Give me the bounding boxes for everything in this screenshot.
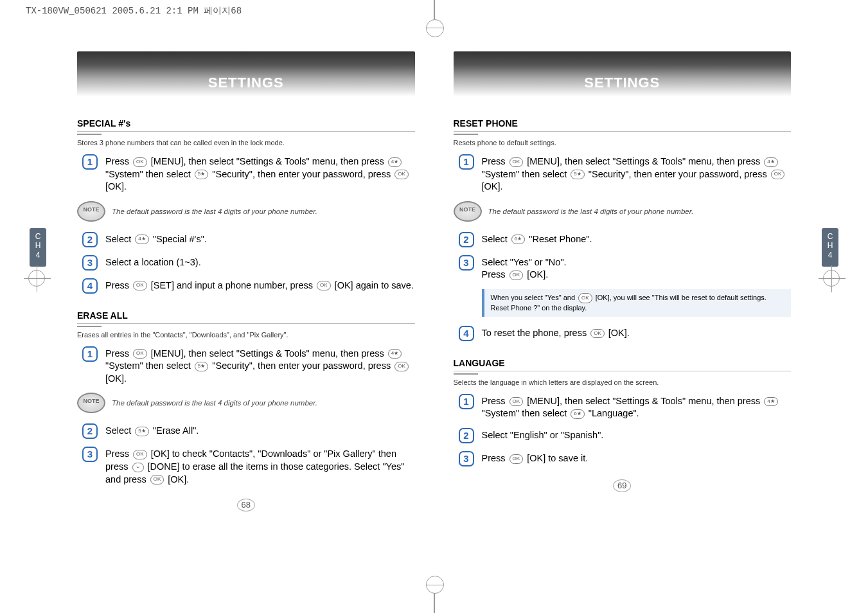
key-5-icon: 5★ [571,170,584,179]
note-row: NOTE The default password is the last 4 … [77,393,415,413]
page-68: SETTINGS SPECIAL #'s Stores 3 phone numb… [64,19,434,536]
step-1: 1 Press OK [MENU], then select "Settings… [82,346,415,386]
print-header: TX-180VW_050621 2005.6.21 2:1 PM 페이지68 [26,5,242,17]
key-4-icon: 4★ [764,157,777,167]
note-icon: NOTE [77,201,105,222]
key-4-icon: 4★ [388,349,402,359]
step-3: 3 Select "Yes" or "No". Press OK [OK]. [459,255,792,281]
section-subtitle: Resets phone to default settings. [454,139,792,147]
ok-key-icon: OK [317,281,331,290]
note-text: The default password is the last 4 digit… [112,399,317,407]
note-icon: NOTE [454,201,482,222]
step-3: 3 Press OK [OK] to check "Contacts", "Do… [82,447,415,486]
step-2: 2 Select 4★ "Special #'s". [82,232,415,247]
key-5-icon: 5★ [135,427,148,436]
page-number: 68 [77,499,415,511]
page-69: SETTINGS RESET PHONE Resets phone to def… [434,19,804,536]
crop-mark-top [434,0,435,19]
section-title-special: SPECIAL #'s [77,118,130,130]
key-6-icon: 6★ [511,235,525,244]
ok-key-icon: OK [133,157,147,167]
key-4-icon: 4★ [388,157,402,167]
key-5-icon: 5★ [195,362,208,371]
step-1: 1 Press OK [MENU], then select "Settings… [82,154,415,193]
section-title-language: LANGUAGE [454,358,505,369]
key-5-icon: 5★ [195,170,208,179]
note-row: NOTE The default password is the last 4 … [454,201,792,222]
chapter-tab-right: CH4 [822,228,838,267]
step-1: 1 Press OK [MENU], then select "Settings… [459,394,792,420]
step-4: 4 Press OK [SET] and input a phone numbe… [82,278,415,294]
page-header: SETTINGS [77,51,415,96]
section-subtitle: Erases all entries in the "Contacts", "D… [77,331,415,339]
ok-key-icon: OK [509,397,524,407]
ok-key-icon: OK [394,170,409,179]
ok-key-icon: OK [590,329,605,339]
step-2: 2 Select "English" or "Spanish". [459,428,792,443]
ok-key-icon: OK [133,450,147,459]
note-icon: NOTE [77,393,105,413]
crop-mark-bottom [434,594,435,613]
section-subtitle: Selects the language in which letters ar… [454,378,792,386]
step-3: 3 Press OK [OK] to save it. [459,451,792,466]
chapter-tab-left: CH4 [30,228,46,267]
ok-key-icon: OK [150,475,164,484]
ok-key-icon: OK [771,170,785,179]
step-3: 3 Select a location (1~3). [82,255,415,271]
step-badge: 1 [82,154,98,170]
key-4-icon: 4★ [135,235,148,244]
header-title: SETTINGS [208,75,284,91]
page-number: 69 [454,479,792,492]
ok-key-icon: OK [394,362,409,371]
note-text: The default password is the last 4 digit… [112,208,317,215]
ok-key-icon: OK [509,454,524,464]
step-1: 1 Press OK [MENU], then select "Settings… [459,154,792,193]
key-6-icon: 6★ [571,409,584,419]
callout-box: When you select "Yes" and OK [OK], you w… [482,289,792,317]
header-title: SETTINGS [584,75,660,91]
ok-key-icon: OK [509,271,524,280]
registration-mark-right [823,270,840,287]
step-2: 2 Select 5★ "Erase All". [82,423,415,439]
section-subtitle: Stores 3 phone numbers that can be calle… [77,139,415,147]
step-2: 2 Select 6★ "Reset Phone". [459,232,792,247]
page-header: SETTINGS [454,51,792,96]
ok-key-icon: OK [133,281,147,290]
ok-key-icon: OK [509,157,524,167]
note-row: NOTE The default password is the last 4 … [77,201,415,222]
ok-key-icon: OK [133,349,147,359]
done-key-icon: ⌣ [132,463,144,472]
note-text: The default password is the last 4 digit… [488,208,694,215]
step-4: 4 To reset the phone, press OK [OK]. [459,326,792,341]
key-4-icon: 4★ [764,397,777,407]
registration-mark-left [28,270,45,287]
ok-key-icon: OK [578,293,592,303]
section-title-erase: ERASE ALL [77,310,128,322]
section-title-reset: RESET PHONE [454,118,518,130]
